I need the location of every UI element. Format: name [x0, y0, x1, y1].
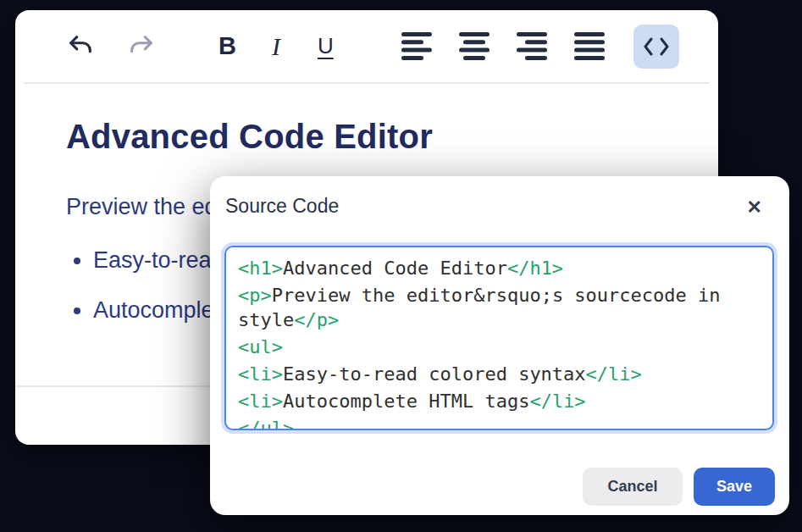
underline-button[interactable]: U	[318, 33, 334, 59]
source-code-modal: Source Code ✕ <h1>Advanced Code Editor</…	[210, 176, 789, 515]
align-center-icon	[459, 32, 489, 60]
modal-header: Source Code ✕	[210, 176, 789, 246]
modal-actions: Cancel Save	[583, 468, 775, 506]
align-justify-icon	[574, 32, 605, 60]
modal-title: Source Code	[225, 195, 339, 218]
source-code-area[interactable]: <h1>Advanced Code Editor</h1><p>Preview …	[224, 246, 774, 430]
align-center-button[interactable]	[459, 32, 489, 60]
code-line: </ul>	[238, 416, 762, 430]
close-button[interactable]: ✕	[744, 195, 766, 220]
redo-icon	[127, 32, 156, 61]
bold-button[interactable]: B	[218, 32, 236, 60]
code-line: <p>Preview the editor&rsquo;s sourcecode…	[238, 283, 762, 332]
align-left-icon	[401, 32, 432, 60]
undo-button[interactable]	[66, 32, 95, 61]
code-line: <ul>	[238, 335, 762, 359]
close-icon: ✕	[747, 197, 762, 218]
code-line: <li>Easy-to-read colored syntax</li>	[238, 362, 762, 386]
code-view-button[interactable]	[633, 25, 679, 69]
align-left-button[interactable]	[401, 32, 432, 60]
undo-icon	[66, 32, 95, 61]
redo-button[interactable]	[127, 32, 156, 61]
align-right-icon	[517, 32, 547, 60]
code-line: <li>Autocomplete HTML tags</li>	[238, 389, 762, 413]
save-button[interactable]: Save	[694, 468, 775, 506]
editor-toolbar: B I U	[15, 10, 718, 82]
align-justify-button[interactable]	[574, 32, 605, 60]
align-right-button[interactable]	[517, 32, 547, 60]
code-line: <h1>Advanced Code Editor</h1>	[238, 256, 762, 280]
document-heading: Advanced Code Editor	[66, 118, 684, 156]
italic-button[interactable]: I	[272, 32, 280, 61]
code-view-icon	[643, 36, 670, 57]
cancel-button[interactable]: Cancel	[583, 468, 683, 506]
